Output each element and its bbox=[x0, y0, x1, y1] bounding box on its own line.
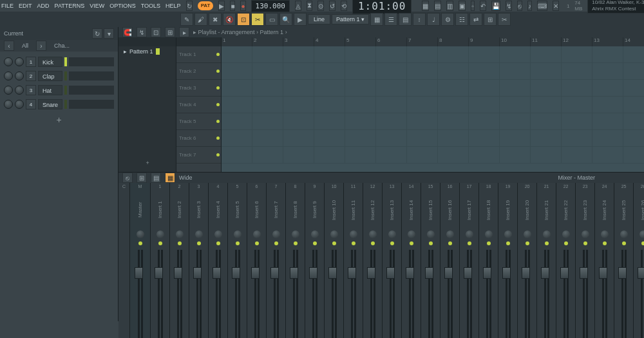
fx-enable-led[interactable] bbox=[468, 241, 471, 245]
volume-fader[interactable] bbox=[580, 267, 588, 279]
mixer-insert-track[interactable]: 21Insert 21 bbox=[537, 183, 556, 338]
mixer-insert-track[interactable]: 6Insert 6 bbox=[247, 183, 267, 338]
pan-knob[interactable] bbox=[311, 230, 319, 238]
mixer-insert-track[interactable]: 25Insert 25 bbox=[614, 183, 634, 338]
track-name[interactable]: Insert 7 bbox=[273, 191, 279, 229]
channel-button[interactable]: Snare bbox=[38, 99, 62, 109]
fx-enable-led[interactable] bbox=[641, 241, 644, 245]
pan-knob[interactable] bbox=[195, 230, 203, 238]
track-name[interactable]: Insert 10 bbox=[331, 191, 337, 229]
save-icon[interactable]: 💾 bbox=[491, 1, 500, 11]
playlist-row[interactable] bbox=[222, 63, 644, 80]
timeline-bar[interactable]: 10 bbox=[500, 37, 531, 46]
view-mixer-icon[interactable]: ▣ bbox=[459, 1, 466, 11]
volume-fader[interactable] bbox=[599, 267, 607, 279]
fx-enable-led[interactable] bbox=[487, 241, 491, 245]
track-header[interactable]: Track 1 bbox=[176, 46, 221, 63]
sync-icon[interactable]: ↻ bbox=[186, 1, 193, 11]
mixer-insert-track[interactable]: 26Insert 26 bbox=[634, 183, 644, 338]
timeline-bar[interactable]: 7 bbox=[407, 37, 438, 46]
pan-knob[interactable] bbox=[427, 230, 435, 238]
fx-enable-led[interactable] bbox=[216, 241, 220, 245]
loop-icon[interactable]: ⟲ bbox=[341, 1, 347, 11]
mixer-insert-track[interactable]: 10Insert 10 bbox=[325, 183, 344, 338]
track-name[interactable]: Insert 23 bbox=[582, 191, 588, 229]
menu-view[interactable]: VIEW bbox=[90, 3, 104, 9]
pan-knob[interactable] bbox=[156, 230, 164, 238]
tool-delete-icon[interactable]: ✖ bbox=[209, 13, 222, 26]
channel-add-button[interactable]: + bbox=[4, 112, 114, 127]
track-mute-led[interactable] bbox=[216, 103, 220, 106]
tool-zoom-icon[interactable]: 🔍 bbox=[279, 13, 292, 26]
volume-fader[interactable] bbox=[290, 267, 298, 279]
fx-enable-led[interactable] bbox=[545, 241, 549, 245]
playlist-row[interactable] bbox=[222, 97, 644, 113]
fx-enable-led[interactable] bbox=[178, 241, 182, 245]
volume-fader[interactable] bbox=[541, 267, 549, 279]
track-name[interactable]: Insert 1 bbox=[157, 191, 163, 229]
track-name[interactable]: Insert 6 bbox=[254, 191, 260, 229]
pan-knob[interactable] bbox=[562, 230, 570, 238]
view-browser-icon[interactable]: ▫ bbox=[471, 1, 475, 11]
fx-enable-led[interactable] bbox=[236, 241, 240, 245]
pan-knob[interactable] bbox=[214, 230, 222, 238]
channel-steps[interactable] bbox=[69, 71, 114, 80]
fx-enable-led[interactable] bbox=[158, 241, 162, 245]
playlist-row[interactable] bbox=[222, 80, 644, 97]
channel-steps[interactable] bbox=[69, 86, 114, 95]
track-mute-led[interactable] bbox=[216, 53, 220, 56]
menu-edit[interactable]: EDIT bbox=[19, 3, 32, 9]
menu-patterns[interactable]: PATTERNS bbox=[55, 3, 85, 9]
track-name[interactable]: Insert 18 bbox=[486, 191, 491, 229]
pan-knob[interactable] bbox=[543, 230, 551, 238]
track-name[interactable]: Insert 14 bbox=[408, 191, 414, 229]
view-cr-icon[interactable]: ☰ bbox=[384, 13, 397, 26]
timeline-bar[interactable]: 5 bbox=[345, 37, 376, 46]
volume-fader[interactable] bbox=[193, 267, 202, 279]
mixer-insert-track[interactable]: 3Insert 3 bbox=[189, 183, 209, 338]
pattern-add-button[interactable]: + bbox=[118, 160, 176, 166]
channel-mixer-route[interactable]: 2 bbox=[26, 71, 36, 81]
export-icon[interactable]: ⎋ bbox=[517, 1, 522, 11]
view-playlist-icon[interactable]: ▦ bbox=[422, 1, 429, 11]
fx-enable-led[interactable] bbox=[583, 241, 587, 245]
pan-knob[interactable] bbox=[137, 230, 144, 238]
fx-enable-led[interactable] bbox=[274, 241, 278, 245]
mixer-insert-track[interactable]: 2Insert 2 bbox=[170, 183, 189, 338]
track-header[interactable]: Track 2 bbox=[176, 63, 221, 80]
browser-reread-icon[interactable]: ↻ bbox=[92, 28, 102, 39]
track-mute-led[interactable] bbox=[216, 70, 220, 73]
mixer-insert-track[interactable]: 11Insert 11 bbox=[344, 183, 363, 338]
track-name[interactable]: Insert 3 bbox=[196, 191, 202, 229]
playlist-tool2-icon[interactable]: ↯ bbox=[137, 27, 147, 37]
typing-keyboard-icon[interactable]: ⌨ bbox=[537, 1, 547, 11]
pan-knob[interactable] bbox=[234, 230, 242, 238]
mixer-master-track[interactable]: MMaster bbox=[130, 183, 151, 338]
pan-knob[interactable] bbox=[485, 230, 493, 238]
tool-playback-icon[interactable]: ▶ bbox=[294, 13, 307, 26]
mixer-insert-track[interactable]: 23Insert 23 bbox=[576, 183, 595, 338]
mixer-insert-track[interactable]: 18Insert 18 bbox=[479, 183, 498, 338]
track-header[interactable]: Track 7 bbox=[176, 147, 221, 164]
volume-fader[interactable] bbox=[386, 267, 395, 279]
onekey-icon[interactable]: ♪ bbox=[527, 1, 532, 11]
track-name[interactable]: Insert 13 bbox=[389, 191, 395, 229]
playlist-grid[interactable]: 1234567891011121314151617181920212223242… bbox=[222, 37, 644, 172]
timeline-bar[interactable]: 1 bbox=[222, 37, 252, 46]
channel-steps[interactable] bbox=[69, 57, 114, 66]
timeline-bar[interactable]: 13 bbox=[592, 37, 623, 46]
browser-tab-all[interactable]: All bbox=[17, 41, 33, 50]
timeline-bar[interactable]: 14 bbox=[623, 37, 644, 46]
tool-slip-icon[interactable]: ⊡ bbox=[237, 13, 250, 26]
channel-led[interactable] bbox=[64, 100, 67, 109]
mixer-insert-track[interactable]: 20Insert 20 bbox=[518, 183, 537, 338]
mixer-current-track[interactable]: C bbox=[118, 183, 130, 338]
timeline-bar[interactable]: 6 bbox=[376, 37, 407, 46]
track-name[interactable]: Insert 20 bbox=[524, 191, 530, 229]
tempo-display[interactable]: 130.000 bbox=[251, 0, 290, 12]
track-name[interactable]: Insert 17 bbox=[466, 191, 472, 229]
tool-slide-icon[interactable]: ⇄ bbox=[469, 13, 482, 26]
volume-fader[interactable] bbox=[251, 267, 260, 279]
tool-draw-icon[interactable]: ✎ bbox=[180, 13, 193, 26]
channel-led[interactable] bbox=[64, 86, 67, 95]
